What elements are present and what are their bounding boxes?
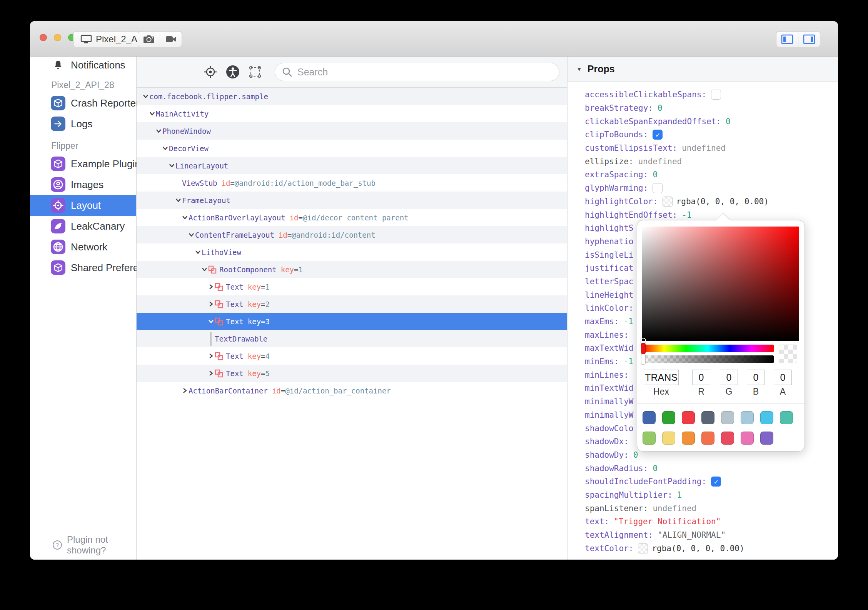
- chevron-down-icon[interactable]: [174, 197, 182, 203]
- preset-color-swatch[interactable]: [741, 411, 754, 424]
- preset-color-swatch[interactable]: [741, 432, 754, 445]
- preset-color-swatch[interactable]: [643, 432, 656, 445]
- chevron-down-icon[interactable]: [155, 128, 162, 134]
- litho-component-icon: [215, 369, 226, 378]
- sidebar-item-leakcanary[interactable]: LeakCanary: [30, 216, 136, 237]
- sidebar-item-example-plugin[interactable]: Example Plugin: [30, 153, 136, 174]
- node-attr-value: 5: [265, 369, 270, 378]
- chevron-right-icon[interactable]: [181, 388, 189, 393]
- chevron-down-icon[interactable]: [148, 111, 156, 117]
- plugin-not-showing-link[interactable]: ? Plugin not showing?: [30, 537, 136, 553]
- node-attr-key: id: [290, 213, 299, 222]
- preset-color-swatch[interactable]: [780, 411, 793, 424]
- saturation-area[interactable]: [642, 227, 799, 341]
- tree-node-text[interactable]: Textkey=5: [137, 365, 567, 382]
- color-swatch-button[interactable]: [638, 543, 648, 553]
- hue-slider[interactable]: [642, 345, 774, 352]
- chevron-down-icon[interactable]: [207, 318, 215, 324]
- preset-color-swatch[interactable]: [662, 432, 675, 445]
- green-input[interactable]: 0: [720, 370, 738, 385]
- plugin-sidebar: NotificationsPixel_2_API_28Crash Reporte…: [30, 57, 137, 560]
- blue-input[interactable]: 0: [747, 370, 765, 385]
- sidebar-item-layout[interactable]: Layout: [30, 195, 136, 216]
- sidebar-item-notifications[interactable]: Notifications: [30, 57, 136, 73]
- preset-color-swatch[interactable]: [721, 432, 734, 445]
- tree-node-contentframelayout[interactable]: ContentFrameLayoutid=@android:id/content: [137, 226, 567, 243]
- tree-node-text[interactable]: Textkey=4: [137, 347, 567, 365]
- checkbox-unchecked[interactable]: [711, 90, 721, 100]
- preset-color-swatch[interactable]: [701, 411, 714, 424]
- props-title: Props: [588, 63, 615, 75]
- preset-color-swatch[interactable]: [760, 432, 773, 445]
- tree-node-actionbaroverlaylayout[interactable]: ActionBarOverlayLayoutid=@id/decor_conte…: [137, 209, 567, 226]
- minimize-button[interactable]: [54, 34, 61, 41]
- tree-node-text[interactable]: Textkey=1: [137, 278, 567, 295]
- search-input[interactable]: [297, 66, 552, 78]
- hex-input[interactable]: TRANS: [644, 370, 679, 385]
- node-name: Text: [226, 352, 244, 360]
- preset-color-swatch[interactable]: [721, 411, 734, 424]
- prop-value: -1: [624, 317, 633, 326]
- red-input[interactable]: 0: [692, 370, 710, 385]
- screenshot-button[interactable]: [138, 32, 160, 47]
- tree-node-actionbarcontainer[interactable]: ActionBarContainerid=@id/action_bar_cont…: [137, 382, 567, 399]
- hue-handle[interactable]: [641, 343, 646, 354]
- toggle-left-sidebar-button[interactable]: [776, 32, 798, 47]
- close-button[interactable]: [40, 34, 47, 41]
- chevron-down-icon[interactable]: [200, 267, 208, 272]
- preset-color-swatch[interactable]: [701, 432, 714, 445]
- checkbox-checked[interactable]: ✓: [711, 477, 721, 487]
- toggle-right-sidebar-button[interactable]: [798, 32, 820, 47]
- chevron-down-icon[interactable]: [168, 163, 175, 168]
- saturation-cursor[interactable]: [640, 338, 646, 343]
- checkbox-unchecked[interactable]: [653, 183, 663, 193]
- tree-node-text[interactable]: Textkey=2: [137, 295, 567, 313]
- sidebar-item-logs[interactable]: Logs: [30, 113, 136, 134]
- chevron-down-icon[interactable]: [194, 249, 202, 255]
- tree-node-phonewindow[interactable]: PhoneWindow: [137, 122, 567, 140]
- tree-node-textdrawable[interactable]: TextDrawable: [137, 330, 567, 347]
- preset-color-swatch[interactable]: [643, 411, 656, 424]
- node-attr-equals: =: [294, 265, 298, 274]
- preset-color-swatch[interactable]: [760, 411, 773, 424]
- chevron-right-icon[interactable]: [207, 370, 215, 376]
- r-label: R: [692, 387, 710, 397]
- sidebar-item-shared-preferences-viewe[interactable]: Shared Preferences Viewe: [30, 257, 136, 278]
- tree-node-viewstub[interactable]: ViewStubid=@android:id/action_mode_bar_s…: [137, 174, 567, 192]
- alpha-slider[interactable]: [642, 355, 774, 363]
- preset-color-swatch[interactable]: [682, 411, 695, 424]
- target-mode-button[interactable]: [204, 65, 217, 78]
- chevron-right-icon[interactable]: [207, 353, 215, 359]
- tree-node-com-facebook-flipper-sample[interactable]: com.facebook.flipper.sample: [137, 88, 567, 105]
- screen-record-button[interactable]: [160, 32, 182, 47]
- chevron-down-icon[interactable]: [161, 145, 169, 151]
- chevron-right-icon[interactable]: [207, 284, 215, 290]
- sidebar-item-crash-reporter[interactable]: Crash Reporter: [30, 93, 136, 113]
- tree-node-decorview[interactable]: DecorView: [137, 140, 567, 157]
- accessibility-icon: [226, 65, 240, 79]
- preset-color-swatch[interactable]: [662, 411, 675, 424]
- select-element-button[interactable]: [249, 65, 262, 78]
- prop-value: 1: [677, 490, 682, 500]
- tree-node-framelayout[interactable]: FrameLayout: [137, 192, 567, 209]
- tree-node-mainactivity[interactable]: MainActivity: [137, 105, 567, 122]
- chevron-right-icon[interactable]: [207, 301, 215, 307]
- props-header[interactable]: ▼ Props: [568, 57, 838, 82]
- alpha-handle[interactable]: [641, 354, 646, 365]
- accessibility-mode-button[interactable]: [226, 65, 239, 78]
- tree-node-text[interactable]: Textkey=3: [137, 313, 567, 330]
- chevron-down-icon[interactable]: [187, 232, 195, 238]
- leaf-indicator: [210, 332, 212, 346]
- tree-node-rootcomponent[interactable]: RootComponentkey=1: [137, 261, 567, 278]
- chevron-down-icon[interactable]: [142, 93, 149, 99]
- checkbox-checked[interactable]: ✓: [653, 130, 663, 140]
- chevron-down-icon[interactable]: [181, 215, 189, 220]
- color-swatch-button[interactable]: [663, 197, 673, 207]
- tree-node-lithoview[interactable]: LithoView: [137, 243, 567, 261]
- sidebar-item-images[interactable]: Images: [30, 174, 136, 195]
- alpha-input[interactable]: 0: [774, 370, 792, 385]
- tree-node-linearlayout[interactable]: LinearLayout: [137, 157, 567, 174]
- preset-color-swatch[interactable]: [682, 432, 695, 445]
- sidebar-item-network[interactable]: Network: [30, 237, 136, 257]
- node-attr-value: @id/action_bar_container: [285, 387, 391, 395]
